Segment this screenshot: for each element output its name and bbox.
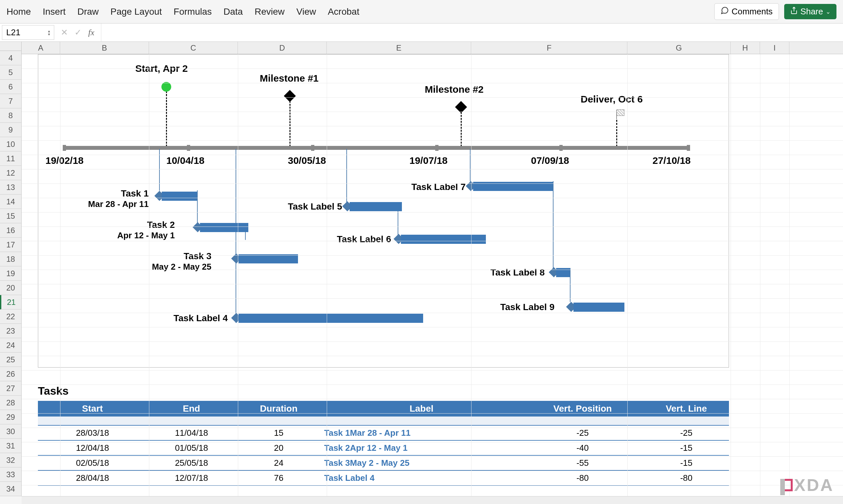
row-header-18[interactable]: 18 <box>0 252 21 266</box>
th-end[interactable]: End <box>147 403 236 414</box>
confirm-icon[interactable]: ✓ <box>74 28 82 38</box>
cell-end[interactable]: 12/07/18 <box>147 473 236 483</box>
tab-view[interactable]: View <box>296 6 316 17</box>
row-header-25[interactable]: 25 <box>0 353 21 367</box>
row-header-8[interactable]: 8 <box>0 108 21 123</box>
fx-icon[interactable]: fx <box>88 28 94 38</box>
row-header-26[interactable]: 26 <box>0 367 21 381</box>
cell-vert-line[interactable]: -25 <box>644 428 729 438</box>
horizontal-scrollbar[interactable] <box>21 496 843 504</box>
row-header-16[interactable]: 16 <box>0 223 21 238</box>
th-duration[interactable]: Duration <box>236 403 322 414</box>
cell-vert-position[interactable]: -80 <box>521 473 644 483</box>
row-header-20[interactable]: 20 <box>0 281 21 295</box>
col-header-F[interactable]: F <box>471 42 627 54</box>
share-button[interactable]: Share ⌄ <box>784 4 837 19</box>
col-header-I[interactable]: I <box>760 42 789 54</box>
cell-vert-position[interactable]: -55 <box>521 458 644 468</box>
tab-data[interactable]: Data <box>223 6 243 17</box>
table-row[interactable]: 02/05/1825/05/1824Task 3May 2 - May 25-5… <box>38 456 729 471</box>
row-header-31[interactable]: 31 <box>0 439 21 453</box>
row-header-7[interactable]: 7 <box>0 94 21 108</box>
row-header-27[interactable]: 27 <box>0 381 21 396</box>
task6-label: Task Label 6 <box>326 234 391 245</box>
row-header-33[interactable]: 33 <box>0 467 21 482</box>
row-header-21[interactable]: 21 <box>0 295 21 309</box>
cell-end[interactable]: 01/05/18 <box>147 443 236 453</box>
cell-end[interactable]: 11/04/18 <box>147 428 236 438</box>
cell-duration[interactable]: 76 <box>236 473 322 483</box>
col-header-G[interactable]: G <box>627 42 730 54</box>
row-header-4[interactable]: 4 <box>0 51 21 65</box>
cell-duration[interactable]: 24 <box>236 458 322 468</box>
row-header-17[interactable]: 17 <box>0 238 21 252</box>
row-header-23[interactable]: 23 <box>0 324 21 338</box>
cells-area[interactable]: Start, Apr 2 Milestone #1 Milestone #2 D… <box>21 54 843 496</box>
col-header-C[interactable]: C <box>149 42 238 54</box>
th-vert-position[interactable]: Vert. Position <box>521 403 644 414</box>
dropline-deliver <box>616 120 617 147</box>
row-header-28[interactable]: 28 <box>0 396 21 410</box>
tab-page-layout[interactable]: Page Layout <box>110 6 162 17</box>
col-header-E[interactable]: E <box>327 42 471 54</box>
row-header-5[interactable]: 5 <box>0 65 21 80</box>
cell-label[interactable]: Task Label 4 <box>322 473 521 483</box>
th-vert-line[interactable]: Vert. Line <box>644 403 729 414</box>
name-box[interactable]: L21 ▴▾ <box>2 25 54 40</box>
th-label[interactable]: Label <box>322 403 521 414</box>
tab-acrobat[interactable]: Acrobat <box>328 6 359 17</box>
cell-start[interactable]: 28/03/18 <box>38 428 147 438</box>
row-header-6[interactable]: 6 <box>0 80 21 94</box>
share-label: Share <box>801 6 823 17</box>
cell-start[interactable]: 02/05/18 <box>38 458 147 468</box>
cell-vert-line[interactable]: -15 <box>644 443 729 453</box>
row-header-9[interactable]: 9 <box>0 123 21 137</box>
tab-draw[interactable]: Draw <box>78 6 99 17</box>
row-header-13[interactable]: 13 <box>0 180 21 195</box>
col-header-A[interactable]: A <box>21 42 60 54</box>
row-header-19[interactable]: 19 <box>0 266 21 281</box>
cell-label[interactable]: Task 2Apr 12 - May 1 <box>322 443 521 453</box>
tab-formulas[interactable]: Formulas <box>173 6 212 17</box>
row-header-11[interactable]: 11 <box>0 151 21 166</box>
cell-start[interactable]: 12/04/18 <box>38 443 147 453</box>
cell-duration[interactable]: 15 <box>236 428 322 438</box>
ribbon-right: Comments Share ⌄ <box>714 3 837 20</box>
tab-home[interactable]: Home <box>6 6 31 17</box>
row-header-14[interactable]: 14 <box>0 195 21 209</box>
row-header-29[interactable]: 29 <box>0 410 21 424</box>
cell-vert-position[interactable]: -40 <box>521 443 644 453</box>
row-header-15[interactable]: 15 <box>0 209 21 223</box>
cell-label[interactable]: Task 3May 2 - May 25 <box>322 458 521 468</box>
col-header-D[interactable]: D <box>238 42 327 54</box>
cell-vert-position[interactable]: -25 <box>521 428 644 438</box>
name-box-spinner[interactable]: ▴▾ <box>48 30 50 36</box>
table-row[interactable]: 12/04/1801/05/1820Task 2Apr 12 - May 1-4… <box>38 441 729 456</box>
formula-input[interactable] <box>101 23 843 41</box>
cell-duration[interactable]: 20 <box>236 443 322 453</box>
tab-insert[interactable]: Insert <box>43 6 66 17</box>
select-all-corner[interactable] <box>0 42 21 51</box>
cell-vert-line[interactable]: -80 <box>644 473 729 483</box>
cell-end[interactable]: 25/05/18 <box>147 458 236 468</box>
th-start[interactable]: Start <box>38 403 147 414</box>
col-header-B[interactable]: B <box>60 42 149 54</box>
row-header-34[interactable]: 34 <box>0 482 21 496</box>
cell-label[interactable]: Task 1Mar 28 - Apr 11 <box>322 428 521 438</box>
ribbon: Home Insert Draw Page Layout Formulas Da… <box>0 0 843 23</box>
col-header-H[interactable]: H <box>730 42 760 54</box>
table-row[interactable]: 28/04/1812/07/1876Task Label 4-80-80 <box>38 471 729 486</box>
row-header-32[interactable]: 32 <box>0 453 21 467</box>
row-header-22[interactable]: 22 <box>0 309 21 324</box>
tab-review[interactable]: Review <box>255 6 285 17</box>
row-header-30[interactable]: 30 <box>0 424 21 439</box>
row-header-10[interactable]: 10 <box>0 137 21 151</box>
timeline-chart[interactable]: Start, Apr 2 Milestone #1 Milestone #2 D… <box>38 54 729 367</box>
ribbon-tabs: Home Insert Draw Page Layout Formulas Da… <box>6 6 359 17</box>
comments-button[interactable]: Comments <box>714 3 779 20</box>
cancel-icon[interactable]: ✕ <box>61 28 68 38</box>
cell-start[interactable]: 28/04/18 <box>38 473 147 483</box>
row-header-24[interactable]: 24 <box>0 338 21 353</box>
row-header-12[interactable]: 12 <box>0 166 21 180</box>
cell-vert-line[interactable]: -15 <box>644 458 729 468</box>
